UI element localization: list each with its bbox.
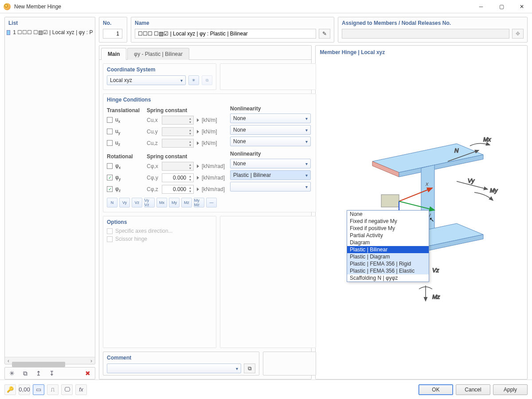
dropdown-item[interactable]: Fixed if positive My [347,225,429,232]
preset-button[interactable]: — [206,198,217,207]
preset-button[interactable]: Vy [119,198,130,207]
preset-button[interactable]: N [107,198,117,207]
hinge-checkbox[interactable] [107,163,113,169]
delete-item-button[interactable]: ✖ [82,368,93,379]
nonlinearity-combo[interactable]: None ▾ [230,159,311,168]
edit-name-button[interactable]: ✎ [319,29,330,39]
nonlinearity-value: Plastic | Bilinear [233,172,271,178]
assigned-panel: Assigned to Members / Nodal Releases No.… [338,17,528,43]
dropdown-item[interactable]: Plastic | FEMA 356 | Rigid [347,260,429,267]
preset-button[interactable]: My [169,198,180,207]
chevron-down-icon: ▾ [305,116,308,121]
scroll-thumb[interactable] [12,362,65,367]
hinge-checkbox[interactable] [107,117,113,123]
new-item-button[interactable]: ✳ [7,368,17,379]
expand-icon[interactable] [197,188,199,191]
hinge-checkbox[interactable]: ✓ [107,186,113,192]
preset-button[interactable]: My Mz [194,198,204,207]
spring-value-input[interactable]: 0.000 ▲▼ [162,173,194,182]
help-button[interactable]: 🔑 [4,384,16,395]
minimize-button[interactable]: ─ [471,0,491,13]
name-label: Name [131,17,334,29]
chevron-down-icon: ▾ [305,139,308,144]
dropdown-item[interactable]: Diagram [347,239,429,246]
dropdown-item[interactable]: Plastic | FEMA 356 | Elastic [347,267,429,274]
coord-system-combo[interactable]: Local xyz ▾ [107,75,186,85]
new-coord-button[interactable]: ✳ [188,75,199,85]
name-input[interactable] [135,29,316,39]
expand-icon[interactable] [197,130,199,133]
hinge-checkbox[interactable] [107,129,113,134]
coord-system-title: Coordinate System [107,66,212,73]
list-item-label: ☐☐☐ ☐▧☑ | Local xyz | φy : Plastic | Bil… [17,29,93,35]
dropdown-item[interactable]: Plastic | Bilinear [347,246,429,253]
close-button[interactable]: ✕ [512,0,532,13]
dropdown-item[interactable]: Scaffolding N | φyφz [347,274,429,282]
hinge-checkbox[interactable] [107,140,113,146]
dialog-footer: 🔑 0,00 ▭ ⎍ 🖵 fx OK Cancel Apply [0,379,532,399]
nonlinearity-value: None [233,160,246,167]
svg-text:Vy: Vy [468,177,475,184]
view-1-button[interactable]: ▭ [33,384,44,395]
hinge-row: uz Cu,z ▲▼ [kN/m] [107,137,225,149]
nonlinearity-combo[interactable]: ▾ [230,182,311,192]
nonlinearity-combo[interactable]: None ▾ [230,125,311,135]
view-2-button[interactable]: ⎍ [47,384,59,395]
comment-combo[interactable]: ▾ [107,364,241,373]
hinge-symbol: uz [115,140,120,147]
expand-icon[interactable] [197,164,199,168]
move-down-button[interactable]: ↧ [47,368,57,379]
chevron-down-icon: ▾ [305,184,308,189]
move-up-button[interactable]: ↥ [33,368,44,379]
cancel-button[interactable]: Cancel [456,384,490,395]
blank-panel [263,352,316,376]
hinge-row: ✓ φz Cφ,z 0.000 ▲▼ [kNm/rad] [107,184,225,195]
expand-icon[interactable] [197,176,199,180]
nonlinearity-combo[interactable]: None ▾ [230,113,311,123]
tab-phi-y-plastic[interactable]: φy - Plastic | Bilinear [127,48,189,60]
dropdown-item[interactable]: Fixed if negative My [347,218,429,225]
dropdown-item[interactable]: Partial Activity [347,232,429,239]
fx-button[interactable]: fx [75,384,87,395]
comment-library-button[interactable]: ⧉ [244,364,255,373]
apply-button[interactable]: Apply [493,384,528,395]
spring-value-input[interactable]: 0.000 ▲▼ [162,185,194,194]
dropdown-item[interactable]: None [347,211,429,218]
nonlinearity-combo[interactable]: None ▾ [230,137,311,146]
nonlinearity-combo[interactable]: Plastic | Bilinear ▾ [230,170,311,180]
copy-item-button[interactable]: ⧉ [20,368,31,379]
preview-title: Member Hinge | Local xyz [316,46,528,59]
nonlinearity-dropdown-popup[interactable]: NoneFixed if negative MyFixed if positiv… [347,210,429,282]
hinge-checkbox[interactable]: ✓ [107,175,113,180]
view-3-button[interactable]: 🖵 [61,384,73,395]
unit-label: [kNm/rad] [202,175,225,181]
number-input[interactable] [103,29,122,39]
pick-member-button[interactable]: ✥ [512,29,524,39]
coef-label: Cu,x [147,117,160,123]
unit-label: [kN/m] [202,129,217,135]
preset-button[interactable]: Mx [156,198,167,207]
assigned-input[interactable] [342,29,509,39]
scroll-left-icon[interactable]: ‹ [5,357,12,364]
expand-icon[interactable] [197,141,199,145]
hinge-symbol: φz [115,186,121,193]
list-item-num: 1 [13,29,16,35]
preset-button[interactable]: Vy Vz [144,198,155,207]
edit-coord-button[interactable]: ⧉ [202,75,212,85]
tab-main[interactable]: Main [101,48,126,60]
dropdown-item[interactable]: Plastic | Diagram [347,253,429,260]
list-item[interactable]: 1 ☐☐☐ ☐▧☑ | Local xyz | φy : Plastic | B… [5,29,95,36]
list-hscrollbar[interactable]: ‹ › [5,357,95,364]
spring-const-label: Spring constant [147,107,225,113]
preset-button[interactable]: Mz [181,198,192,207]
spring-value-input: ▲▼ [162,127,194,136]
hinge-row: ux Cu,x ▲▼ [kN/m] [107,114,225,126]
spring-value-input: ▲▼ [162,162,194,171]
units-button[interactable]: 0,00 [19,384,30,395]
ok-button[interactable]: OK [419,384,453,395]
chevron-down-icon: ▾ [305,173,308,178]
expand-icon[interactable] [197,118,199,122]
preset-button[interactable]: Vz [132,198,142,207]
maximize-button[interactable]: ▢ [491,0,512,13]
scroll-right-icon[interactable]: › [88,357,95,364]
